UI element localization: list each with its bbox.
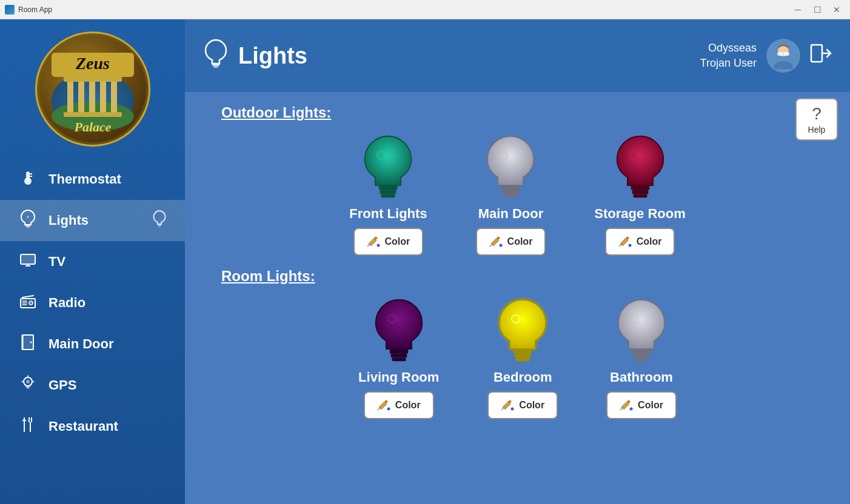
svg-rect-51 bbox=[379, 185, 398, 190]
content-area: ? Help Outdoor Lights: bbox=[185, 92, 850, 504]
gps-icon bbox=[18, 375, 38, 396]
bathroom-bulb bbox=[611, 297, 672, 363]
lights-icon bbox=[18, 209, 38, 233]
tv-icon bbox=[18, 251, 38, 273]
paint-bucket-icon-2 bbox=[489, 234, 503, 250]
svg-rect-17 bbox=[25, 225, 30, 227]
thermostat-icon bbox=[18, 169, 38, 190]
svg-point-67 bbox=[628, 244, 631, 247]
logo: Zeus Palace bbox=[35, 31, 150, 147]
storage-room-label: Storage Room bbox=[594, 206, 685, 222]
logo-svg: Zeus Palace bbox=[38, 35, 147, 144]
lights-nav-icon-right bbox=[152, 210, 167, 231]
living-room-item: Living Room Color bbox=[358, 297, 439, 419]
svg-text:Palace: Palace bbox=[73, 119, 111, 134]
help-icon: ? bbox=[812, 104, 822, 124]
svg-point-55 bbox=[376, 244, 380, 247]
svg-point-28 bbox=[30, 302, 32, 303]
bedroom-color-label: Color bbox=[519, 400, 544, 411]
sidebar-item-gps[interactable]: GPS bbox=[0, 365, 185, 406]
svg-rect-76 bbox=[515, 354, 531, 358]
living-room-color-button[interactable]: Color bbox=[364, 391, 434, 419]
logo-area: Zeus Palace bbox=[0, 19, 185, 153]
svg-rect-53 bbox=[381, 194, 395, 197]
header-right: Odysseas Trojan User bbox=[700, 39, 832, 73]
avatar bbox=[766, 39, 800, 73]
paint-bucket-icon-5 bbox=[501, 397, 514, 413]
living-room-bulb bbox=[369, 297, 429, 363]
front-lights-color-button[interactable]: Color bbox=[353, 228, 424, 256]
sidebar-item-main-door[interactable]: Main Door bbox=[0, 323, 185, 365]
svg-point-73 bbox=[387, 408, 390, 411]
sidebar-item-restaurant[interactable]: Restaurant bbox=[0, 406, 185, 447]
page-icon bbox=[203, 39, 229, 73]
bathroom-label: Bathroom bbox=[610, 370, 673, 385]
main-door-item: Main Door Color bbox=[476, 133, 546, 256]
user-name: Odysseas bbox=[700, 41, 757, 56]
sidebar-item-tv[interactable]: TV bbox=[0, 241, 185, 282]
svg-rect-69 bbox=[389, 349, 408, 354]
svg-rect-75 bbox=[514, 349, 532, 354]
close-button[interactable]: ✕ bbox=[828, 4, 845, 16]
svg-rect-57 bbox=[501, 185, 520, 190]
storage-room-bulb bbox=[610, 133, 671, 200]
sidebar-item-radio[interactable]: Radio bbox=[0, 282, 185, 323]
bathroom-color-button[interactable]: Color bbox=[606, 391, 677, 419]
svg-rect-23 bbox=[21, 255, 35, 264]
svg-point-19 bbox=[27, 216, 29, 218]
svg-rect-7 bbox=[111, 80, 117, 113]
svg-point-85 bbox=[630, 408, 633, 411]
svg-point-37 bbox=[26, 380, 30, 383]
bathroom-item: Bathroom Color bbox=[606, 297, 677, 419]
storage-room-color-button[interactable]: Color bbox=[605, 228, 675, 256]
minimize-button[interactable]: ─ bbox=[789, 4, 806, 16]
help-button[interactable]: ? Help bbox=[795, 98, 838, 141]
svg-rect-71 bbox=[392, 357, 406, 361]
main-door-label: Main Door bbox=[49, 336, 114, 352]
bedroom-bulb bbox=[492, 297, 553, 363]
svg-rect-43 bbox=[212, 64, 219, 66]
bathroom-color-label: Color bbox=[638, 400, 663, 411]
page-title: Lights bbox=[238, 43, 307, 69]
svg-rect-20 bbox=[158, 224, 161, 226]
main-door-color-label: Color bbox=[507, 236, 533, 247]
main-door-bulb bbox=[480, 133, 541, 200]
sidebar-item-lights[interactable]: Lights bbox=[0, 200, 185, 241]
svg-rect-52 bbox=[380, 190, 397, 194]
bedroom-item: Bedroom Color bbox=[487, 297, 558, 419]
svg-rect-14 bbox=[26, 171, 30, 180]
outdoor-lights-grid: Front Lights Color bbox=[209, 133, 826, 256]
svg-rect-58 bbox=[503, 190, 519, 194]
paint-bucket-icon-6 bbox=[620, 397, 633, 413]
user-role: Trojan User bbox=[700, 56, 757, 71]
main-door-icon bbox=[18, 334, 38, 355]
logout-button[interactable] bbox=[810, 42, 832, 70]
room-section-title: Room Lights: bbox=[221, 268, 826, 285]
bedroom-color-button[interactable]: Color bbox=[487, 391, 558, 419]
main-content: Lights Odysseas Trojan User bbox=[185, 19, 850, 504]
svg-rect-44 bbox=[213, 66, 218, 68]
thermostat-label: Thermostat bbox=[49, 171, 121, 187]
main-door-label: Main Door bbox=[478, 206, 544, 222]
front-lights-bulb bbox=[358, 133, 418, 200]
svg-rect-21 bbox=[158, 226, 161, 227]
radio-icon bbox=[18, 293, 38, 314]
app-window: Zeus Palace Thermostat bbox=[0, 19, 850, 504]
title-bar: Room App ─ ☐ ✕ bbox=[0, 0, 850, 19]
svg-rect-4 bbox=[78, 80, 84, 113]
tv-label: TV bbox=[49, 254, 65, 270]
bedroom-label: Bedroom bbox=[494, 370, 552, 385]
living-room-color-label: Color bbox=[395, 400, 421, 411]
living-room-label: Living Room bbox=[358, 370, 439, 385]
maximize-button[interactable]: ☐ bbox=[809, 4, 826, 16]
svg-point-79 bbox=[511, 408, 514, 411]
svg-rect-77 bbox=[516, 357, 530, 361]
sidebar-item-thermostat[interactable]: Thermostat bbox=[0, 159, 185, 200]
main-door-color-button[interactable]: Color bbox=[476, 228, 546, 256]
nav-menu: Thermostat Lights bbox=[0, 159, 185, 447]
paint-bucket-icon-3 bbox=[618, 234, 632, 250]
gps-label: GPS bbox=[49, 377, 76, 393]
storage-room-item: Storage Room Color bbox=[594, 133, 685, 256]
header-left: Lights bbox=[203, 39, 307, 73]
svg-rect-6 bbox=[100, 80, 106, 113]
